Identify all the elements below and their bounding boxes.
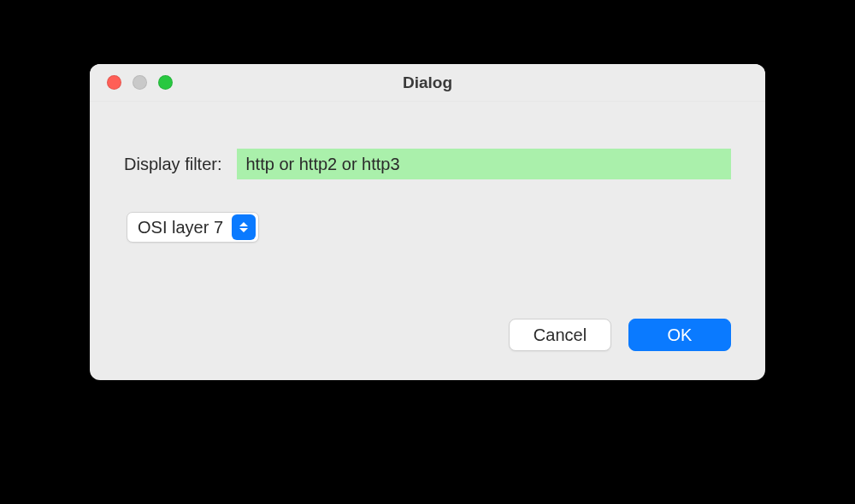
minimize-icon [133, 75, 147, 90]
osi-layer-select[interactable]: OSI layer 7 [127, 212, 259, 243]
dialog-window: Dialog Display filter: OSI layer 7 Cance… [90, 64, 765, 380]
cancel-button[interactable]: Cancel [509, 319, 611, 351]
close-icon[interactable] [107, 75, 121, 90]
chevron-down-icon [239, 228, 248, 232]
osi-layer-select-value: OSI layer 7 [138, 218, 232, 237]
dialog-content: Display filter: OSI layer 7 [90, 102, 765, 268]
ok-button[interactable]: OK [628, 319, 731, 351]
dialog-buttons: Cancel OK [509, 319, 731, 351]
filter-row: Display filter: [124, 149, 731, 179]
chevron-up-icon [239, 222, 248, 226]
display-filter-input[interactable] [237, 149, 731, 179]
window-title: Dialog [90, 73, 765, 92]
traffic-lights [90, 75, 173, 90]
osi-layer-select-wrap: OSI layer 7 [124, 212, 259, 243]
display-filter-label: Display filter: [124, 155, 221, 174]
maximize-icon[interactable] [158, 75, 173, 90]
select-stepper-icon[interactable] [232, 214, 256, 240]
titlebar: Dialog [90, 64, 765, 102]
